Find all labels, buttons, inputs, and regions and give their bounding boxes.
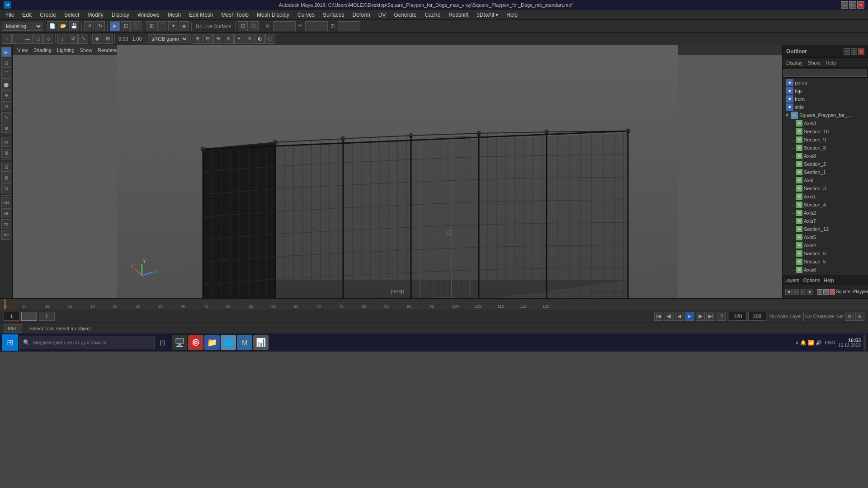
outliner-item-group[interactable]: ▼ G Square_Playpen_for_Dogs_n (783, 111, 868, 119)
gamma-dropdown[interactable]: sRGB gamma (148, 34, 189, 43)
frame-in-btn[interactable] (39, 312, 55, 321)
outliner-item-section5[interactable]: — M Section_5 (783, 258, 868, 266)
attr-editor-btn[interactable]: AE (1, 208, 11, 218)
outliner-item-section9[interactable]: — M Section_9 (783, 136, 868, 144)
outliner-item-axis7[interactable]: — M Axis7 (783, 217, 868, 225)
outliner-item-section6[interactable]: — M Section_6 (783, 249, 868, 258)
menu-mesh[interactable]: Mesh (164, 11, 184, 19)
range-start-field[interactable] (4, 312, 19, 321)
menu-edit[interactable]: Edit (19, 11, 35, 19)
menu-display[interactable]: Display (108, 11, 133, 19)
select-face[interactable]: □ (33, 34, 43, 44)
outliner-search-input[interactable] (783, 69, 867, 77)
menu-mesh-tools[interactable]: Mesh Tools (218, 11, 252, 19)
outliner-close[interactable]: ✕ (858, 48, 864, 55)
step-fwd[interactable]: |▶ (696, 312, 705, 321)
menu-3dtoall[interactable]: 3DtoAll ▾ (473, 11, 502, 19)
go-to-end[interactable]: ▶| (706, 312, 715, 321)
go-to-start[interactable]: |◀ (654, 312, 663, 321)
outliner-item-top[interactable]: ■ top (783, 87, 868, 95)
z-field[interactable] (338, 21, 360, 31)
select-vertex[interactable]: · (12, 34, 22, 44)
menu-surfaces[interactable]: Surfaces (319, 11, 348, 19)
menu-file[interactable]: File (2, 11, 18, 19)
extra-btn4[interactable]: ⊗ (224, 34, 234, 44)
outliner-item-section2[interactable]: — M Section_2 (783, 160, 868, 168)
taskbar-app-6[interactable]: 📊 (253, 335, 269, 350)
mel-field[interactable]: MEL (4, 324, 22, 333)
select-btn[interactable]: ▶ (1, 47, 11, 57)
outliner-minimize[interactable]: ─ (844, 48, 850, 55)
minimize-button[interactable]: ─ (841, 1, 848, 9)
x-field[interactable] (273, 21, 296, 31)
extra-btn5[interactable]: ✦ (234, 34, 244, 44)
select-edge[interactable]: — (23, 34, 33, 44)
step-back[interactable]: ◀| (665, 312, 674, 321)
menu-cache[interactable]: Cache (421, 11, 444, 19)
menu-help[interactable]: Help (503, 11, 521, 19)
lasso-tool[interactable]: ⊡ (121, 21, 131, 31)
universal-btn[interactable]: ⊕ (1, 123, 11, 133)
layers-tab[interactable]: Layers (784, 277, 799, 283)
y-field[interactable] (305, 21, 328, 31)
select-uv[interactable]: ◇ (43, 34, 53, 44)
display-smooth[interactable]: ◉ (92, 34, 102, 44)
tool-settings-btn[interactable]: TS (1, 219, 11, 229)
layer-v-checkbox[interactable]: V (817, 289, 822, 295)
menu-windows[interactable]: Windows (134, 11, 163, 19)
outliner-item-axis6[interactable]: — M Axis6 (783, 266, 868, 274)
menu-generate[interactable]: Generate (390, 11, 420, 19)
extra-btn8[interactable]: ⬡ (265, 34, 275, 44)
transform-rotate[interactable]: ↺ (68, 34, 78, 44)
show-desktop-btn[interactable] (863, 334, 866, 351)
outliner-item-front[interactable]: ■ front (783, 95, 868, 103)
maximize-button[interactable]: □ (849, 1, 856, 9)
sculpt-btn[interactable]: ⬤ (1, 80, 11, 89)
frame-end-field[interactable] (748, 312, 766, 321)
history-btn[interactable]: ⊡ (238, 21, 248, 31)
current-frame-field[interactable] (21, 312, 37, 321)
play-fwd[interactable]: ▶ (685, 312, 694, 321)
undo-button[interactable]: ↺ (84, 21, 94, 31)
extra-btn7[interactable]: ◐ (255, 34, 265, 44)
lasso-btn[interactable]: ⌒ (1, 69, 11, 79)
layer-nav-prev2[interactable]: ◁ (793, 289, 799, 295)
taskbar-app-1[interactable]: 🖥️ (172, 335, 187, 350)
start-button[interactable]: ⊞ (2, 334, 18, 351)
snap-point[interactable]: ✦ (168, 21, 178, 31)
outliner-item-axis3[interactable]: — M Axis3 (783, 119, 868, 127)
outliner-item-axis5[interactable]: — M Axis5 (783, 233, 868, 241)
move-btn[interactable]: ✛ (1, 90, 11, 100)
open-button[interactable]: 📂 (58, 21, 68, 31)
layer-nav-next[interactable]: ▶ (807, 289, 813, 295)
range-end-field[interactable] (729, 312, 747, 321)
extra-btn3[interactable]: ⊕ (213, 34, 223, 44)
channel-box-btn[interactable]: CH (1, 197, 11, 207)
menu-edit-mesh[interactable]: Edit Mesh (185, 11, 217, 19)
outliner-item-section3[interactable]: — M Section_3 (783, 184, 868, 192)
taskbar-search[interactable]: 🔍 Введите здесь текст для поиска (19, 336, 155, 349)
outliner-item-persp[interactable]: ■ persp (783, 79, 868, 87)
extra-btn2[interactable]: ⊟ (203, 34, 213, 44)
rotate-btn[interactable]: ↺ (1, 101, 11, 111)
outliner-item-side[interactable]: ■ side (783, 103, 868, 111)
outliner-maximize[interactable]: □ (851, 48, 857, 55)
taskbar-app-5[interactable]: M (237, 335, 252, 350)
extra-btn6[interactable]: ⊙ (245, 34, 255, 44)
options-tab[interactable]: Options (803, 277, 820, 283)
outliner-item-axis2[interactable]: — M Axis2 (783, 209, 868, 217)
outliner-tab-help[interactable]: Help (824, 60, 838, 66)
viewport[interactable]: View Shading Lighting Show Renderer Pane… (13, 45, 782, 298)
snap-point-btn[interactable]: ⊙ (1, 183, 11, 193)
menu-deform[interactable]: Deform (349, 11, 373, 19)
menu-redshift[interactable]: Redshift (445, 11, 472, 19)
extra-btn1[interactable]: ⊞ (193, 34, 203, 44)
close-button[interactable]: ✕ (857, 1, 864, 9)
timeline[interactable]: 0 5 10 15 20 25 30 35 40 45 50 55 60 65 … (0, 298, 868, 309)
outliner-tab-display[interactable]: Display (784, 60, 804, 66)
scale-btn[interactable]: ⤡ (1, 112, 11, 122)
timeline-ruler[interactable]: 0 5 10 15 20 25 30 35 40 45 50 55 60 65 … (0, 299, 868, 310)
menu-modify[interactable]: Modify (84, 11, 107, 19)
menu-curves[interactable]: Curves (294, 11, 318, 19)
snap-grid-btn[interactable]: ⊟ (1, 162, 11, 172)
